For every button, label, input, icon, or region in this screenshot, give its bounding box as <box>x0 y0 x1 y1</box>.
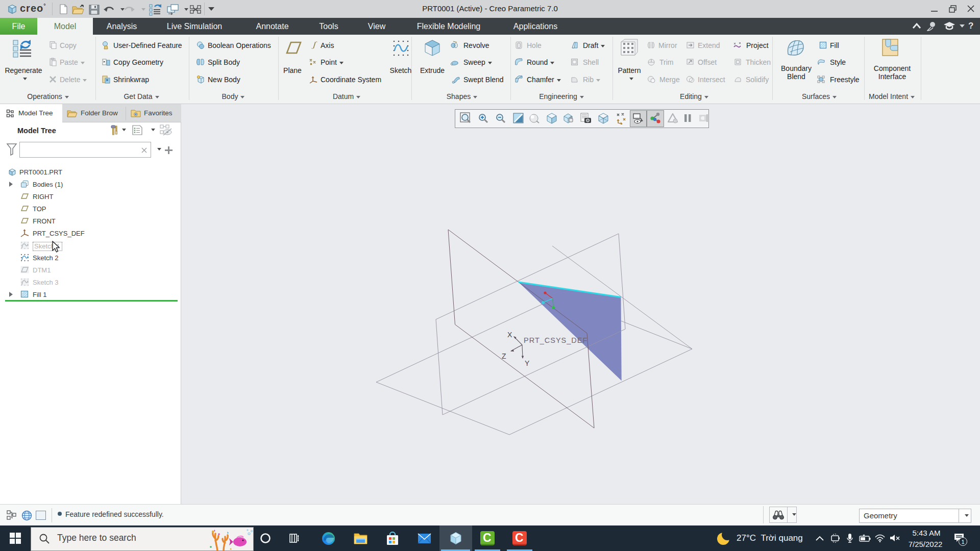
svg-text:Y: Y <box>525 359 530 367</box>
svg-text:Z: Z <box>502 352 506 360</box>
svg-text:PRT_CSYS_DEF: PRT_CSYS_DEF <box>524 336 587 344</box>
svg-text:X: X <box>507 331 512 339</box>
